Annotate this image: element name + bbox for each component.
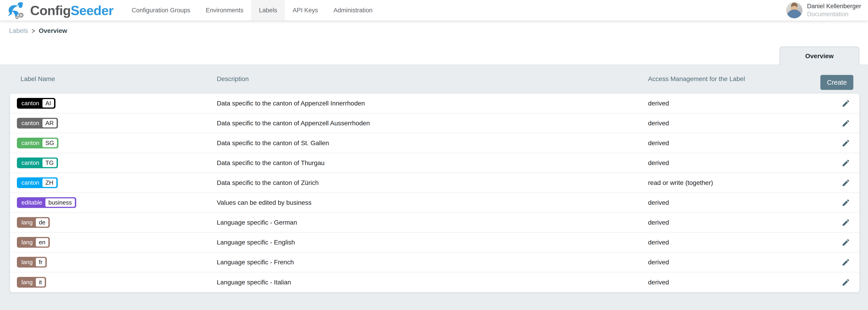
edit-pencil-icon[interactable] <box>841 139 850 148</box>
label-value: TG <box>42 159 57 167</box>
label-access-management: derived <box>648 159 820 167</box>
edit-pencil-icon[interactable] <box>841 99 850 108</box>
label-description: Data specific to the canton of Appenzell… <box>217 120 648 127</box>
label-badge: canton AR <box>17 118 58 128</box>
table-row: canton AR Data specific to the canton of… <box>10 114 859 133</box>
edit-pencil-icon[interactable] <box>841 119 850 128</box>
table-row: editable business Values can be edited b… <box>10 193 859 213</box>
breadcrumb: Labels > Overview <box>0 21 868 41</box>
label-access-management: derived <box>648 199 820 206</box>
edit-pencil-icon[interactable] <box>841 278 850 287</box>
label-badge: canton SG <box>17 138 58 148</box>
breadcrumb-separator-icon: > <box>32 27 35 35</box>
nav-item-labels[interactable]: Labels <box>251 0 285 21</box>
edit-pencil-icon[interactable] <box>841 198 850 207</box>
label-value: business <box>45 198 75 207</box>
label-badge: canton TG <box>17 157 58 168</box>
label-key: canton <box>22 179 39 186</box>
label-badge: editable business <box>17 197 76 208</box>
nav-item-configuration-groups[interactable]: Configuration Groups <box>124 0 198 21</box>
label-cell: canton SG <box>17 138 217 148</box>
brand-seeder: Seeder <box>71 3 114 18</box>
label-description: Data specific to the canton of St. Galle… <box>217 140 648 147</box>
edit-cell <box>820 139 852 148</box>
label-access-management: derived <box>648 279 820 286</box>
col-header-access: Access Management for the Label <box>648 75 827 83</box>
nav-item-api-keys[interactable]: API Keys <box>285 0 326 21</box>
brand-config: Config <box>30 3 71 18</box>
label-description: Language specific - French <box>217 259 648 266</box>
label-value: it <box>36 278 45 286</box>
table-row: lang de Language specific - German deriv… <box>10 213 859 232</box>
edit-pencil-icon[interactable] <box>841 238 850 247</box>
table-header-row: Label Name Description Access Management… <box>10 64 859 94</box>
label-access-management: derived <box>648 140 820 147</box>
label-value: en <box>36 238 49 247</box>
app-logo[interactable]: ⚙ ⚙ ConfigSeeder <box>6 0 114 21</box>
edit-pencil-icon[interactable] <box>841 179 850 187</box>
user-text-block: Daniel Kellenberger Documentation <box>807 2 861 18</box>
app-header: ⚙ ⚙ ConfigSeeder Configuration Groups En… <box>0 0 868 21</box>
brand-wordmark: ConfigSeeder <box>30 3 114 18</box>
edit-cell <box>820 119 852 128</box>
label-access-management: read or write (together) <box>648 179 820 186</box>
label-description: Data specific to the canton of Appenzell… <box>217 100 648 107</box>
label-value: SG <box>42 139 57 147</box>
label-access-management: derived <box>648 259 820 266</box>
label-cell: lang it <box>17 277 217 288</box>
user-documentation-link[interactable]: Documentation <box>807 10 861 18</box>
label-badge: lang it <box>17 277 46 288</box>
create-button[interactable]: Create <box>820 75 854 90</box>
col-header-label-name: Label Name <box>21 75 217 83</box>
label-key: canton <box>22 100 39 107</box>
label-description: Data specific to the canton of Thurgau <box>217 159 648 167</box>
label-key: canton <box>22 159 39 166</box>
col-header-description: Description <box>217 75 648 83</box>
svg-text:⚙: ⚙ <box>15 14 19 19</box>
label-cell: canton ZH <box>17 177 217 188</box>
label-badge: lang fr <box>17 257 47 268</box>
edit-pencil-icon[interactable] <box>841 258 850 267</box>
label-key: canton <box>22 140 39 147</box>
breadcrumb-parent[interactable]: Labels <box>9 27 28 34</box>
label-badge: canton ZH <box>17 177 58 188</box>
configseeder-logo-icon: ⚙ ⚙ <box>6 2 27 19</box>
edit-cell <box>820 179 852 187</box>
label-description: Language specific - German <box>217 219 648 226</box>
labels-table: canton AI Data specific to the canton of… <box>10 94 859 292</box>
edit-cell <box>820 258 852 267</box>
table-row: canton ZH Data specific to the canton of… <box>10 173 859 193</box>
table-row: lang it Language specific - Italian deri… <box>10 272 859 292</box>
label-key: canton <box>22 120 39 127</box>
table-row: canton TG Data specific to the canton of… <box>10 153 859 173</box>
tab-overview[interactable]: Overview <box>779 46 859 65</box>
table-row: canton SG Data specific to the canton of… <box>10 133 859 153</box>
breadcrumb-current: Overview <box>39 27 67 34</box>
label-description: Language specific - English <box>217 239 648 246</box>
nav-item-administration[interactable]: Administration <box>326 0 380 21</box>
content-panel: Label Name Description Access Management… <box>0 64 868 310</box>
edit-cell <box>820 159 852 167</box>
label-cell: lang fr <box>17 257 217 268</box>
label-cell: editable business <box>17 197 217 208</box>
edit-cell <box>820 278 852 287</box>
label-value: de <box>36 218 49 227</box>
label-cell: lang de <box>17 217 217 228</box>
label-key: lang <box>22 239 33 246</box>
label-badge: canton AI <box>17 98 56 108</box>
edit-pencil-icon[interactable] <box>841 218 850 227</box>
edit-pencil-icon[interactable] <box>841 159 850 167</box>
label-access-management: derived <box>648 100 820 107</box>
user-avatar[interactable] <box>786 2 803 19</box>
nav-item-environments[interactable]: Environments <box>198 0 251 21</box>
label-cell: canton AI <box>17 98 217 108</box>
label-key: lang <box>22 259 33 266</box>
main-nav: Configuration Groups Environments Labels… <box>124 0 380 21</box>
label-value: AI <box>42 99 54 107</box>
label-key: editable <box>22 199 42 206</box>
user-menu[interactable]: Daniel Kellenberger Documentation <box>786 0 868 21</box>
label-key: lang <box>22 279 33 286</box>
user-name: Daniel Kellenberger <box>807 2 861 10</box>
table-row: lang en Language specific - English deri… <box>10 232 859 252</box>
label-badge: lang en <box>17 237 50 248</box>
